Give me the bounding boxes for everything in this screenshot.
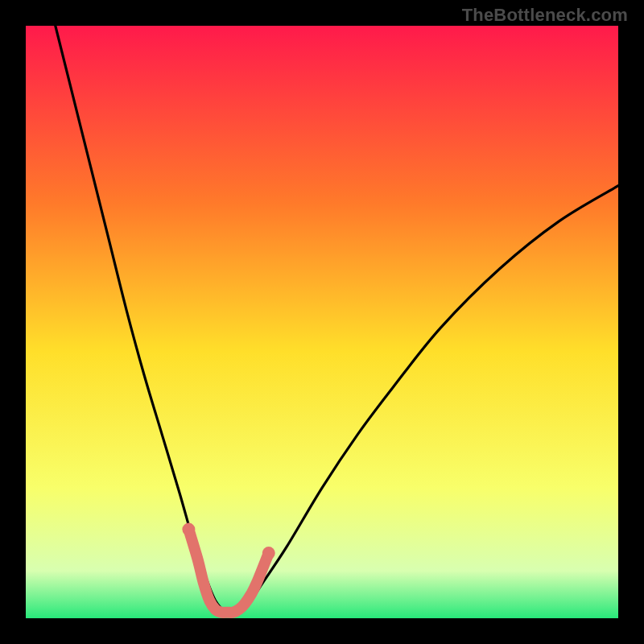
gradient-background [26,26,618,618]
chart-frame: TheBottleneck.com [0,0,644,644]
watermark-text: TheBottleneck.com [462,5,628,26]
marker-dot [262,547,275,559]
marker-dot [182,523,195,536]
bottleneck-chart [26,26,618,618]
plot-area [26,26,618,618]
